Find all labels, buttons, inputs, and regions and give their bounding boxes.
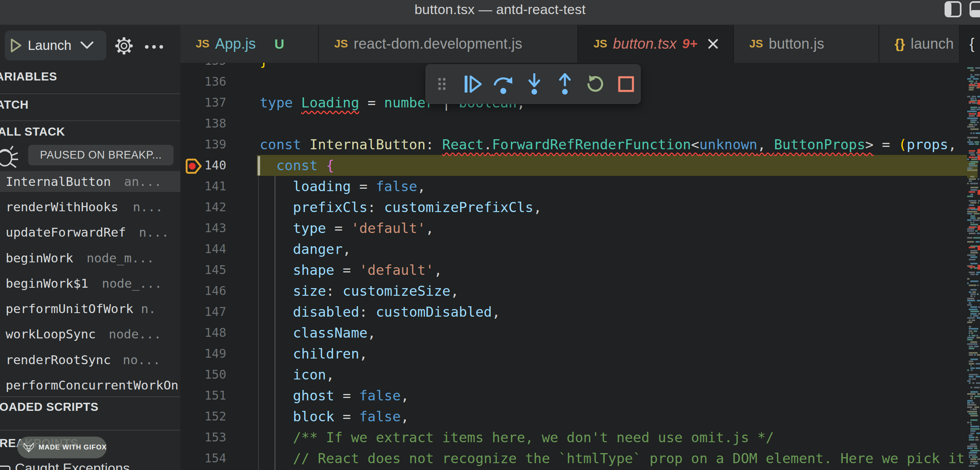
- minimap-line: [969, 352, 978, 354]
- tab-button.tsx[interactable]: JSbutton.tsx9+: [578, 25, 734, 63]
- stack-frame[interactable]: performConcurrentWorkOn: [0, 375, 180, 396]
- drag-handle-icon[interactable]: [437, 74, 447, 95]
- stack-frame[interactable]: performUnitOfWorkn.: [0, 298, 180, 319]
- minimap-line: [976, 272, 980, 273]
- breakpoint-item[interactable]: Caught Exceptions: [0, 459, 180, 470]
- tab-label: launch: [911, 35, 954, 52]
- code-token: ,: [401, 388, 409, 404]
- minimap-line: [969, 204, 974, 206]
- code-token: customDisabled: [376, 304, 492, 320]
- toggle-sidebar-icon[interactable]: [945, 1, 961, 17]
- gifox-watermark: MADE WITH GIFOX: [17, 437, 107, 458]
- stack-frame[interactable]: updateForwardRefn...: [0, 222, 180, 243]
- line-number[interactable]: 142: [180, 197, 226, 218]
- minimap-line: [974, 398, 975, 399]
- stack-frame[interactable]: renderWithHooksn...: [0, 196, 180, 217]
- tab-button.js[interactable]: JSbutton.js: [734, 25, 879, 63]
- line-number[interactable]: 144: [180, 239, 226, 260]
- section-loaded-scripts[interactable]: LOADED SCRIPTS: [0, 400, 99, 414]
- stack-frame-name: beginWork: [6, 247, 73, 268]
- line-number[interactable]: 153: [180, 427, 226, 448]
- stack-frame[interactable]: beginWorknode_m...: [0, 247, 180, 268]
- overview-ruler-error-mark: [978, 206, 980, 211]
- line-number[interactable]: 136: [180, 71, 226, 92]
- line-number[interactable]: 146: [180, 280, 226, 301]
- minimap-line: [976, 80, 977, 82]
- line-number[interactable]: 152: [180, 406, 226, 427]
- line-number[interactable]: 139: [180, 134, 226, 155]
- line-number[interactable]: 151: [180, 385, 226, 406]
- step-over-button[interactable]: [490, 70, 518, 98]
- code-token: [260, 450, 293, 466]
- code-token: ForwardRefRenderFunction: [492, 136, 691, 153]
- line-number[interactable]: 149: [180, 343, 226, 364]
- minimap-line: [969, 178, 976, 180]
- minimap-line: [970, 217, 976, 219]
- section-variables[interactable]: VARIABLES: [0, 70, 57, 83]
- minimap-line: [974, 346, 979, 347]
- code-token: [260, 178, 293, 194]
- line-number[interactable]: 138: [180, 113, 226, 134]
- minimap-error-line: [969, 191, 975, 193]
- minimap-line: [970, 128, 979, 130]
- minimap-line: [974, 396, 980, 397]
- code-text: }: [260, 63, 268, 71]
- stack-frame[interactable]: InternalButtonan...: [0, 171, 180, 192]
- line-number[interactable]: 143: [180, 218, 226, 239]
- line-number[interactable]: 137: [180, 92, 226, 113]
- toggle-panel-icon[interactable]: [970, 1, 980, 17]
- step-into-button[interactable]: [520, 70, 548, 98]
- paused-on-breakpoint-badge: PAUSED ON BREAKP...: [28, 145, 174, 165]
- minimap-line: [972, 96, 976, 97]
- stack-frame[interactable]: renderRootSyncno...: [0, 349, 180, 370]
- stop-button[interactable]: [612, 70, 640, 98]
- section-call-stack[interactable]: CALL STACK: [0, 125, 65, 138]
- step-out-button[interactable]: [551, 70, 579, 98]
- minimap-error-line: [969, 150, 975, 152]
- section-watch[interactable]: WATCH: [0, 98, 29, 111]
- close-icon[interactable]: [707, 38, 719, 50]
- line-number[interactable]: 145: [180, 260, 226, 280]
- more-actions-icon[interactable]: [145, 43, 166, 49]
- minimap-line: [967, 126, 975, 128]
- stack-frame[interactable]: workLoopSyncnode...: [0, 324, 180, 344]
- minimap-line: [967, 404, 976, 406]
- minimap-line: [974, 354, 976, 356]
- minimap-line: [967, 447, 973, 449]
- line-number[interactable]: 140: [180, 155, 226, 176]
- code-line: 153 /** If we extract items here, we don…: [180, 427, 980, 448]
- line-number[interactable]: 147: [180, 301, 226, 322]
- line-number[interactable]: 150: [180, 364, 226, 385]
- launch-config-dropdown[interactable]: Launch: [5, 31, 106, 60]
- minimap-line: [975, 439, 979, 441]
- minimap-error-line: [969, 227, 975, 228]
- minimap-line: [970, 415, 978, 416]
- minimap-line: [969, 361, 973, 362]
- restart-button[interactable]: [581, 70, 610, 98]
- line-number[interactable]: 154: [180, 448, 226, 469]
- tab-launch[interactable]: {}launch: [879, 25, 960, 63]
- minimap-line: [967, 317, 975, 319]
- stack-frame[interactable]: beginWork$1node_...: [0, 273, 180, 294]
- line-number[interactable]: 141: [180, 176, 226, 197]
- separator: [0, 93, 180, 94]
- debug-controls: Launch: [0, 25, 180, 63]
- minimap-line: [969, 465, 975, 467]
- code-token: =: [334, 262, 359, 278]
- minimap-line: [977, 233, 980, 234]
- code-editor[interactable]: 135}136137type Loading = number | boolea…: [180, 63, 980, 470]
- tab-App.js[interactable]: JSApp.jsU: [180, 25, 319, 63]
- minimap[interactable]: [967, 63, 980, 470]
- code-token: type: [293, 220, 326, 236]
- stack-frame-location: an...: [124, 171, 161, 192]
- line-number[interactable]: 135: [180, 63, 226, 71]
- line-number[interactable]: 148: [180, 322, 226, 343]
- gear-icon[interactable]: [115, 37, 133, 55]
- tab-react-dom.development.js[interactable]: JSreact-dom.development.js: [319, 25, 578, 63]
- breakpoint-checkbox[interactable]: [0, 466, 10, 470]
- minimap-line: [969, 200, 976, 202]
- minimap-line: [967, 159, 969, 160]
- tab-partial[interactable]: {: [960, 25, 980, 63]
- minimap-line: [969, 165, 978, 167]
- continue-button[interactable]: [459, 70, 487, 98]
